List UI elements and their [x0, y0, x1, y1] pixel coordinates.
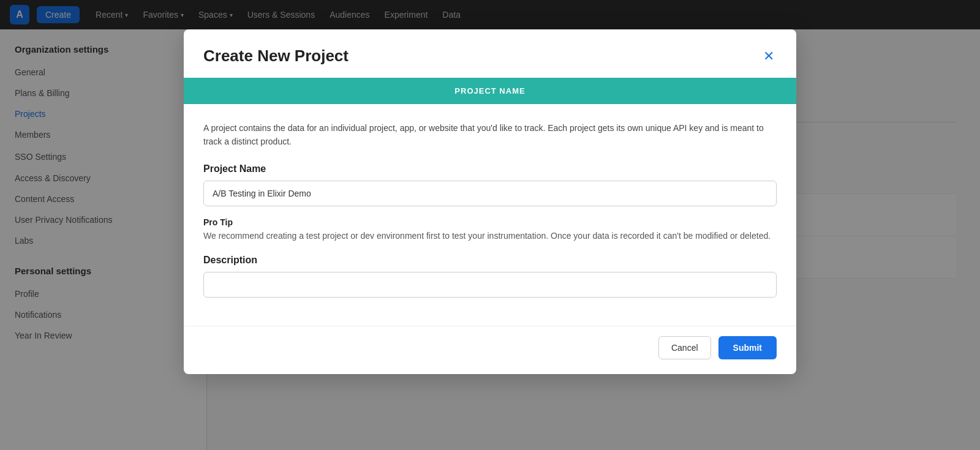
modal-footer: Cancel Submit [184, 326, 796, 374]
description-label: Description [203, 255, 777, 266]
description-input[interactable] [203, 272, 777, 298]
modal-description: A project contains the data for an indiv… [203, 121, 777, 149]
modal-banner: PROJECT NAME [184, 78, 796, 104]
modal-body: A project contains the data for an indiv… [184, 104, 796, 326]
modal-title: Create New Project [203, 47, 349, 66]
modal-overlay: Create New Project ✕ PROJECT NAME A proj… [0, 0, 980, 450]
project-name-input[interactable] [203, 181, 777, 206]
project-name-label: Project Name [203, 163, 777, 174]
pro-tip-box: Pro Tip We recommend creating a test pro… [203, 217, 777, 242]
cancel-button[interactable]: Cancel [658, 336, 711, 359]
modal-header: Create New Project ✕ [184, 29, 796, 78]
close-button[interactable]: ✕ [761, 47, 777, 66]
modal: Create New Project ✕ PROJECT NAME A proj… [184, 29, 796, 374]
pro-tip-text: We recommend creating a test project or … [203, 230, 777, 242]
pro-tip-title: Pro Tip [203, 217, 777, 227]
submit-button[interactable]: Submit [718, 336, 777, 359]
